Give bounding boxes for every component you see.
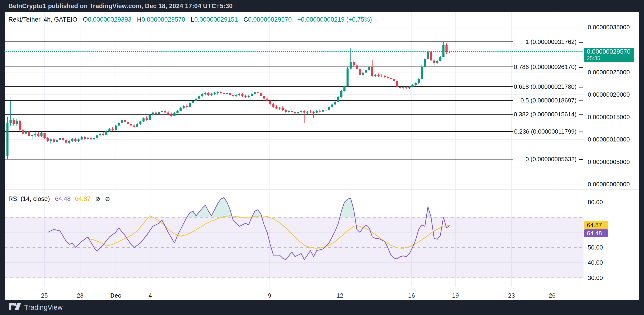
rsi-value: 64.48 [55, 195, 71, 203]
rsi-tick: 80.00 [588, 199, 603, 206]
change-value: +0.00000000219 (+0.75%) [297, 16, 372, 23]
current-price-badge: 0.00000029570 25:35 [584, 48, 634, 62]
rsi-ma-value: 64.87 [75, 195, 91, 203]
time-tick-month: Dec [110, 292, 121, 299]
tradingview-snapshot: BeInCrypto1 published on TradingView.com… [0, 0, 644, 315]
current-price-value: 0.00000029570 [587, 48, 634, 55]
rsi-value-badge: 64.48 [584, 229, 608, 237]
price-tick: 0.00000020000 [588, 91, 630, 98]
fib-label-0382: 0.382 (0.00000015614) [514, 111, 583, 118]
fib-label-1: 1 (0.00000031762) [526, 38, 583, 45]
footer-bar: TradingView [0, 300, 644, 315]
time-tick: 26 [549, 292, 556, 299]
time-tick: 4 [148, 292, 152, 299]
fib-label-0618: 0.618 (0.00000021780) [514, 83, 583, 90]
rsi-tick: 40.00 [588, 259, 603, 266]
bar-countdown: 25:35 [587, 55, 634, 61]
open-label: O [83, 16, 88, 23]
rsi-tick: 30.00 [588, 274, 603, 282]
no-source-icon[interactable]: ⊘ [95, 195, 100, 203]
price-tick: 0.00000010000 [588, 136, 630, 143]
fib-label-05: 0.5 (0.00000018697) [520, 97, 583, 104]
tradingview-logo-icon[interactable] [9, 304, 21, 311]
time-tick: 23 [508, 292, 515, 299]
low-label: L [191, 16, 194, 23]
time-tick: 19 [452, 292, 459, 299]
fib-label-0: 0 (0.00000005632) [526, 156, 583, 163]
fib-label-0236: 0.236 (0.00000011799) [514, 128, 583, 135]
tradingview-brand-text[interactable]: TradingView [24, 304, 62, 311]
rsi-ma-badge: 64.87 [584, 221, 608, 229]
symbol-title[interactable]: Rekt/Tether, 4h, GATEIO [8, 16, 78, 23]
time-tick: 9 [268, 292, 271, 299]
high-value: 0.00000029570 [142, 16, 185, 23]
close-value: 0.00000029570 [248, 16, 292, 23]
time-tick: 16 [408, 292, 415, 299]
rsi-title: RSI (14, close) [8, 195, 50, 203]
price-tick: 0.00000035000 [588, 24, 630, 31]
high-label: H [137, 16, 142, 23]
price-tick: 0.00000015000 [588, 114, 630, 121]
low-value: 0.00000029151 [194, 16, 238, 23]
fib-label-0786: 0.786 (0.00000026170) [514, 63, 583, 71]
rsi-tick: 50.00 [588, 244, 603, 251]
time-tick: 25 [41, 292, 48, 299]
no-source-icon[interactable]: ⊘ [105, 195, 110, 203]
time-tick: 12 [337, 292, 344, 299]
time-tick: 28 [77, 292, 84, 299]
rsi-legend: RSI (14, close) 64.48 64.87 ⊘ ⊘ [8, 195, 110, 203]
price-tick: 0.00000005000 [588, 158, 630, 166]
attribution-text: BeInCrypto1 published on TradingView.com… [8, 0, 232, 12]
price-tick: 0.00000000000 [588, 181, 630, 188]
price-legend: Rekt/Tether, 4h, GATEIO O0.00000029393 H… [8, 15, 372, 24]
price-tick: 0.00000025000 [588, 69, 630, 76]
close-label: C [244, 16, 248, 23]
open-value: 0.00000029393 [88, 16, 132, 23]
